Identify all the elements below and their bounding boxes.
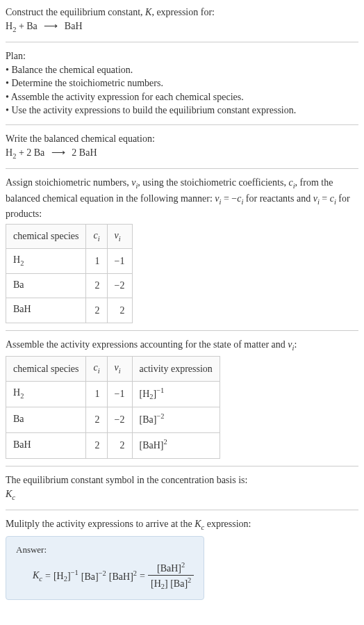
colon: : [294, 339, 297, 350]
cell-ci: 1 [86, 249, 107, 273]
text: for reactants and [243, 193, 313, 204]
numerator: [BaH]2 [148, 560, 194, 576]
answer-box: Answer: Kc = [H2]−1 [Ba]−2 [BaH]2 = [BaH… [6, 536, 204, 601]
multiply-section: Mulitply the activity expressions to arr… [6, 517, 358, 600]
term1: [H2]−1 [53, 568, 78, 585]
eq: = [45, 569, 51, 583]
divider [6, 466, 358, 466]
eq-h2: H [6, 21, 13, 31]
d2: ] [Ba] [165, 578, 188, 589]
n: [BaH] [157, 562, 181, 573]
cell-nu: 2 [107, 298, 132, 323]
cell-nu: −1 [107, 381, 132, 407]
cell-species: BaH [6, 298, 86, 323]
eq: = − [221, 193, 237, 204]
intro-equation: H2 + Ba ⟶ BaH [6, 19, 358, 35]
stoich-section: Assign stoichiometric numbers, νi, using… [6, 176, 358, 323]
k-symbol: K [145, 7, 151, 17]
bal-h2: H [6, 147, 13, 158]
t-exp: 2 [133, 569, 137, 577]
ci-sub: i [98, 367, 100, 375]
cell-nu: −1 [107, 249, 132, 273]
a: [BaH [140, 440, 160, 451]
bal-rhs: 2 BaH [69, 147, 97, 158]
text: Mulitply the activity expressions to arr… [6, 519, 195, 529]
table-header: νi [107, 224, 132, 248]
ci-sub: i [98, 234, 100, 242]
arrow-icon: ⟶ [44, 19, 58, 33]
table-header: νi [107, 357, 132, 381]
t: [H [53, 571, 64, 581]
sp: Ba [13, 279, 24, 290]
divider [6, 124, 358, 125]
intro-line1: Construct the equilibrium constant, K, e… [6, 6, 358, 19]
balanced-title: Write the balanced chemical equation: [6, 132, 358, 146]
plan-item: • Determine the stoichiometric numbers. [6, 76, 358, 90]
table-row: Ba 2 −2 [Ba]−2 [6, 407, 220, 432]
k-sub: c [12, 493, 15, 501]
cell-activity: [H2]−1 [132, 381, 220, 407]
cell-activity: [BaH]2 [132, 432, 220, 458]
eq: = [140, 569, 145, 583]
cell-species: Ba [6, 407, 86, 432]
sp-sub: 2 [20, 392, 24, 400]
n-exp: 2 [181, 561, 185, 569]
sp-sub: 2 [20, 259, 24, 267]
table-row: H2 1 −1 [6, 249, 133, 273]
balanced-equation: H2 + 2 Ba ⟶ 2 BaH [6, 146, 358, 161]
table-header: ci [86, 224, 107, 248]
intro-section: Construct the equilibrium constant, K, e… [6, 6, 358, 35]
symbol-title: The equilibrium constant symbol in the c… [6, 473, 358, 487]
t-exp: −1 [71, 569, 78, 576]
cell-species: Ba [6, 273, 86, 298]
sp: Ba [13, 414, 24, 424]
plan-item: • Balance the chemical equation. [6, 63, 358, 77]
kc: Kc [33, 569, 42, 584]
bal-plus: + 2 Ba [16, 147, 47, 158]
sp: BaH [13, 439, 31, 450]
arrow-icon: ⟶ [51, 146, 65, 160]
stoich-table: chemical species ci νi H2 1 −1 Ba 2 −2 B… [6, 224, 133, 323]
divider [6, 510, 358, 510]
eq-rhs: BaH [62, 21, 82, 31]
cell-ci: 1 [86, 381, 107, 407]
cell-nu: 2 [107, 432, 132, 458]
t: [Ba] [81, 571, 99, 582]
plan-section: Plan: • Balance the chemical equation. •… [6, 49, 358, 117]
nu-sub: i [119, 367, 121, 375]
a: [Ba [140, 414, 154, 424]
sp: H [13, 254, 20, 265]
table-header-row: chemical species ci νi activity expressi… [6, 357, 220, 381]
table-row: Ba 2 −2 [6, 273, 133, 298]
cell-species: BaH [6, 432, 86, 458]
table-header: chemical species [6, 357, 86, 381]
activity-title: Assemble the activity expressions accoun… [6, 338, 358, 353]
t: [BaH] [109, 571, 133, 582]
sp: H [13, 387, 20, 398]
balanced-section: Write the balanced chemical equation: H2… [6, 132, 358, 161]
table-header: activity expression [132, 357, 220, 381]
activity-section: Assemble the activity expressions accoun… [6, 338, 358, 459]
table-header: chemical species [6, 224, 86, 248]
denominator: [H2] [Ba]2 [148, 576, 194, 592]
divider [6, 168, 358, 169]
fraction: [BaH]2 [H2] [Ba]2 [148, 560, 194, 592]
a: [H [140, 388, 150, 398]
table-row: BaH 2 2 [6, 298, 133, 323]
symbol-section: The equilibrium constant symbol in the c… [6, 473, 358, 503]
k-sub: c [39, 575, 42, 583]
stoich-text: Assign stoichiometric numbers, νi, using… [6, 176, 358, 221]
cell-nu: −2 [107, 407, 132, 432]
divider [6, 330, 358, 331]
k: K [6, 489, 12, 499]
d-exp: 2 [188, 576, 191, 584]
term3: [BaH]2 [109, 569, 137, 583]
table-header: ci [86, 357, 107, 381]
cell-ci: 2 [86, 432, 107, 458]
activity-table: chemical species ci νi activity expressi… [6, 356, 220, 459]
intro-text2: , expression for: [151, 7, 215, 17]
k: K [33, 570, 39, 581]
cell-ci: 2 [86, 298, 107, 323]
plan-item: • Assemble the activity expression for e… [6, 90, 358, 104]
cell-species: H2 [6, 381, 86, 407]
